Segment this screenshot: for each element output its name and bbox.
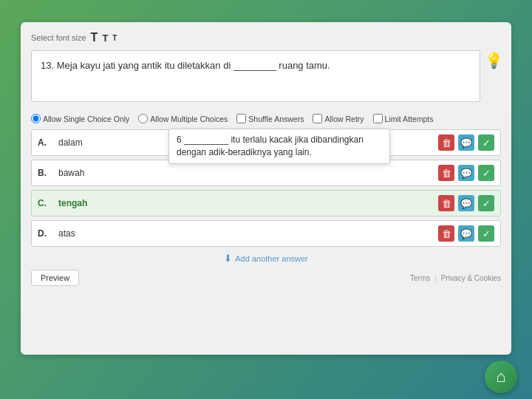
limit-checkbox[interactable] (373, 114, 383, 123)
terms-link[interactable]: Terms (410, 274, 430, 282)
answer-actions-d: 🗑 💬 ✓ (438, 225, 494, 242)
answer-label-c: C. (38, 198, 54, 208)
question-section: 13. Meja kayu jati yang antik itu dileta… (31, 50, 501, 108)
limit-label: Limit Attempts (385, 115, 434, 123)
limit-option[interactable]: Limit Attempts (373, 114, 434, 123)
home-button[interactable]: ⌂ (485, 361, 517, 393)
answer-label-b: B. (38, 168, 54, 178)
font-size-small[interactable]: T (112, 34, 117, 42)
delete-button-a[interactable]: 🗑 (438, 134, 454, 151)
font-size-medium[interactable]: T (102, 33, 108, 44)
answer-text-c: tengah (58, 198, 432, 208)
table-row: A. dalam 6 _________ itu terlalu kacak j… (31, 129, 501, 156)
retry-label: Allow Retry (324, 115, 364, 123)
delete-button-d[interactable]: 🗑 (438, 225, 454, 242)
question-text: 13. Meja kayu jati yang antik itu dileta… (41, 60, 330, 71)
multiple-choice-radio[interactable] (138, 114, 148, 123)
main-card: Select font size T T T 13. Meja kayu jat… (21, 22, 511, 355)
tooltip-text: 6 _________ itu terlalu kacak jika diban… (177, 134, 364, 157)
comment-button-c[interactable]: 💬 (458, 195, 474, 211)
multiple-choice-label: Allow Multiple Choices (150, 115, 228, 123)
retry-option[interactable]: Allow Retry (313, 114, 364, 123)
comment-button-a[interactable]: 💬 (458, 134, 474, 151)
answer-actions-a: 🗑 💬 ✓ (438, 134, 494, 151)
correct-button-b[interactable]: ✓ (478, 165, 494, 181)
single-choice-label: Allow Single Choice Only (43, 115, 129, 123)
answer-label-d: D. (38, 228, 54, 239)
font-size-bar: Select font size T T T (31, 31, 501, 44)
add-answer-button[interactable]: ⬇ Add another answer (224, 253, 307, 264)
answer-text-d: atas (58, 228, 432, 239)
home-icon: ⌂ (496, 367, 505, 386)
add-icon: ⬇ (224, 253, 232, 264)
question-box-wrap: 13. Meja kayu jati yang antik itu dileta… (31, 50, 480, 108)
table-row: C. tengah 🗑 💬 ✓ (31, 190, 501, 216)
hint-icon-area: 💡 (486, 50, 501, 71)
answer-text-b: bawah (58, 168, 432, 178)
comment-button-b[interactable]: 💬 (458, 165, 474, 181)
question-number: 13. (41, 60, 54, 71)
answer-actions-c: 🗑 💬 ✓ (438, 195, 494, 211)
multiple-choice-option[interactable]: Allow Multiple Choices (138, 114, 228, 123)
retry-checkbox[interactable] (313, 114, 322, 123)
correct-button-a[interactable]: ✓ (478, 134, 494, 151)
answer-label-a: A. (38, 137, 54, 148)
answer-actions-b: 🗑 💬 ✓ (438, 165, 494, 181)
delete-button-c[interactable]: 🗑 (438, 195, 454, 211)
options-bar: Allow Single Choice Only Allow Multiple … (31, 114, 501, 123)
tooltip-box: 6 _________ itu terlalu kacak jika diban… (168, 129, 390, 164)
single-choice-option[interactable]: Allow Single Choice Only (31, 114, 129, 123)
correct-button-d[interactable]: ✓ (478, 225, 494, 242)
font-size-label: Select font size (31, 33, 86, 42)
footer-links: Terms | Privacy & Cookies (410, 274, 501, 282)
single-choice-radio[interactable] (31, 114, 41, 123)
add-answer-label: Add another answer (235, 254, 307, 263)
question-body: Meja kayu jati yang antik itu diletakkan… (57, 60, 330, 71)
preview-button[interactable]: Preview (31, 270, 79, 286)
bottom-bar: Preview Terms | Privacy & Cookies (31, 270, 501, 286)
add-answer-section: ⬇ Add another answer (31, 253, 501, 264)
correct-button-c[interactable]: ✓ (478, 195, 494, 211)
delete-button-b[interactable]: 🗑 (438, 165, 454, 181)
privacy-link[interactable]: Privacy & Cookies (441, 274, 501, 282)
shuffle-option[interactable]: Shuffle Answers (236, 114, 304, 123)
question-box: 13. Meja kayu jati yang antik itu dileta… (31, 50, 480, 102)
shuffle-checkbox[interactable] (236, 114, 246, 123)
comment-button-d[interactable]: 💬 (458, 225, 474, 242)
footer-separator: | (434, 274, 437, 282)
answers-section: A. dalam 6 _________ itu terlalu kacak j… (31, 129, 501, 247)
font-size-large[interactable]: T (91, 31, 98, 44)
shuffle-label: Shuffle Answers (248, 115, 304, 123)
bulb-icon: 💡 (485, 52, 503, 69)
table-row: D. atas 🗑 💬 ✓ (31, 220, 501, 247)
